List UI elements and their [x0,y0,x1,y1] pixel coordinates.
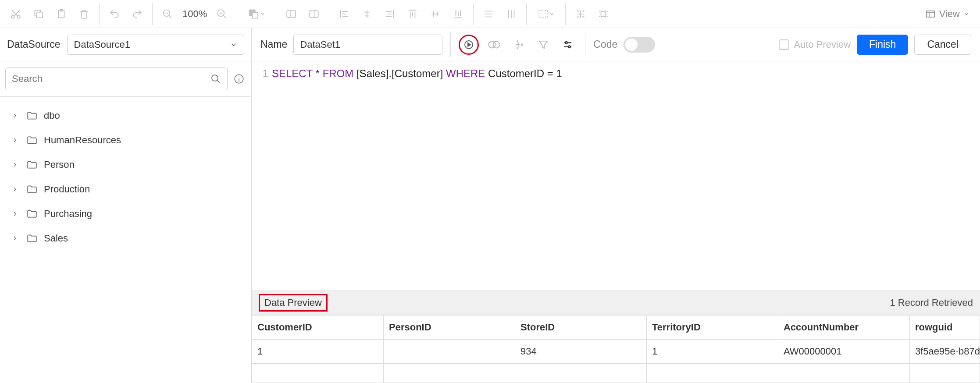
folder-icon [26,159,38,170]
svg-point-18 [569,46,571,48]
sidebar-item[interactable]: Sales [7,227,244,250]
preview-table: CustomerIDPersonIDStoreIDTerritoryIDAcco… [252,315,980,383]
sidebar-item-label: Purchasing [44,208,92,220]
table-row [252,364,980,383]
cancel-button[interactable]: Cancel [914,35,971,55]
chevron-right-icon [10,186,20,193]
search-input[interactable] [12,73,206,85]
search-input-wrapper[interactable] [5,67,228,90]
svg-rect-11 [539,10,547,18]
table-cell [384,340,515,364]
sidebar-item-label: dbo [44,110,60,121]
svg-point-0 [11,15,14,18]
column-header[interactable]: PersonID [384,316,515,340]
validate-icon[interactable] [485,35,503,54]
column-header[interactable]: rowguid [910,316,980,340]
distribute-h-icon[interactable] [478,4,499,25]
svg-point-16 [493,41,500,48]
info-icon[interactable] [232,72,246,86]
svg-rect-8 [253,12,258,18]
delete-icon[interactable] [74,4,95,25]
zoom-out-icon[interactable] [157,4,178,25]
datasource-label: DataSource [7,39,60,50]
view-label: View [939,8,960,20]
align-left-icon[interactable] [334,4,355,25]
table-row[interactable]: 19341AW000000013f5ae95e-b87d [252,340,980,364]
function-icon[interactable] [510,35,528,54]
sidebar-item[interactable]: Person [7,153,244,177]
sql-editor[interactable]: 1 SELECT * FROM [Sales].[Customer] WHERE… [252,61,980,291]
chevron-right-icon [10,210,20,217]
svg-rect-12 [601,11,606,16]
snap-grid-icon[interactable] [570,4,591,25]
align-bottom-icon[interactable] [448,4,469,25]
data-preview-label: Data Preview [259,294,328,312]
cut-icon[interactable] [5,4,26,25]
chevron-right-icon [10,161,20,168]
column-header[interactable]: AccountNumber [778,316,910,340]
records-count: 1 Record Retrieved [890,297,973,309]
main-toolbar: 100% View [0,0,980,28]
search-icon [210,74,221,84]
checkbox-icon [779,39,789,50]
ungroup-icon[interactable] [303,4,324,25]
group-icon[interactable] [281,4,302,25]
datasource-value: DataSource1 [74,39,130,50]
name-input[interactable] [293,35,442,55]
finish-button[interactable]: Finish [857,35,908,55]
paste-icon[interactable] [51,4,72,25]
align-right-icon[interactable] [379,4,400,25]
undo-icon[interactable] [104,4,125,25]
svg-rect-13 [927,11,934,17]
sidebar-item[interactable]: dbo [7,104,244,128]
svg-point-19 [212,75,218,81]
align-top-icon[interactable] [402,4,423,25]
chevron-right-icon [10,235,20,242]
svg-rect-10 [310,11,319,17]
column-header[interactable]: TerritoryID [647,316,778,340]
svg-point-17 [566,42,568,44]
shape-fill-icon[interactable] [242,4,271,25]
column-header[interactable]: StoreID [515,316,647,340]
auto-preview-checkbox[interactable]: Auto Preview [779,39,851,50]
sidebar-item-label: Sales [44,233,68,244]
play-icon [463,39,474,50]
column-header[interactable]: CustomerID [252,316,384,340]
name-label: Name [260,39,287,50]
chevron-right-icon [10,137,20,144]
chevron-down-icon [230,41,238,49]
redo-icon[interactable] [127,4,148,25]
svg-point-1 [17,15,20,18]
sidebar-item[interactable]: HumanResources [7,128,244,152]
sidebar-item-label: Production [44,184,90,195]
table-cell: 934 [515,340,647,364]
sidebar-item-label: HumanResources [44,135,121,146]
preview-header: Data Preview 1 Record Retrieved [252,291,980,315]
snap-lines-icon[interactable] [593,4,614,25]
code-line: SELECT * FROM [Sales].[Customer] WHERE C… [272,65,562,291]
folder-icon [26,135,38,146]
zoom-level[interactable]: 100% [180,8,210,20]
folder-icon [26,208,38,220]
selection-mode-icon[interactable] [531,4,561,25]
table-cell: 1 [647,340,778,364]
align-center-h-icon[interactable] [356,4,378,25]
sidebar: dbo HumanResources Person Production Pur… [0,61,252,383]
align-center-v-icon[interactable] [425,4,446,25]
sidebar-item[interactable]: Production [7,177,244,201]
datasource-dropdown[interactable]: DataSource1 [67,35,244,55]
view-dropdown[interactable]: View [917,8,977,20]
filter-icon[interactable] [534,35,552,54]
zoom-in-icon[interactable] [211,4,232,25]
code-toggle[interactable] [624,37,655,53]
chevron-right-icon [10,112,20,119]
table-cell: AW00000001 [778,340,910,364]
copy-icon[interactable] [28,4,49,25]
sidebar-item-label: Person [44,159,75,170]
distribute-v-icon[interactable] [501,4,522,25]
parameters-icon[interactable] [559,35,577,54]
svg-rect-2 [37,12,43,18]
run-query-button[interactable] [459,35,479,55]
line-number: 1 [252,65,272,291]
sidebar-item[interactable]: Purchasing [7,202,244,226]
